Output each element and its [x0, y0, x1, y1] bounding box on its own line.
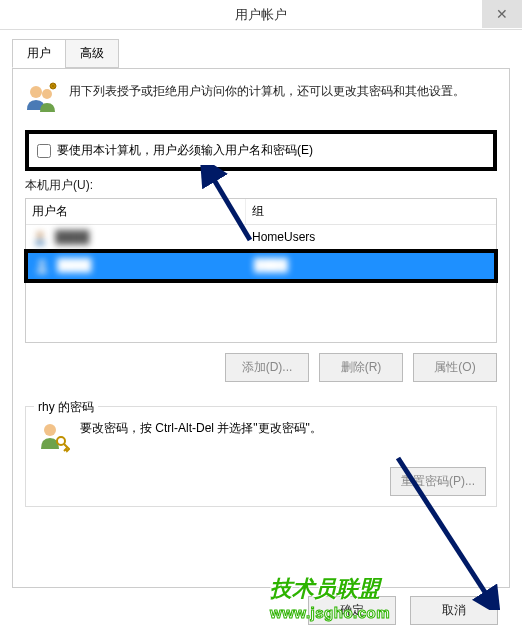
row-group: ████ — [254, 258, 288, 272]
table-row-selected[interactable]: ████ ████ — [24, 249, 498, 283]
titlebar: 用户帐户 ✕ — [0, 0, 522, 30]
cancel-button[interactable]: 取消 — [410, 596, 498, 625]
require-login-label: 要使用本计算机，用户必须输入用户名和密码(E) — [57, 142, 313, 159]
svg-point-6 — [57, 437, 65, 445]
svg-point-0 — [30, 86, 42, 98]
list-header: 用户名 组 — [26, 199, 496, 225]
svg-point-4 — [39, 260, 45, 266]
tab-strip: 用户 高级 — [12, 39, 510, 69]
window-title: 用户帐户 — [235, 6, 287, 24]
row-group: HomeUsers — [252, 230, 315, 244]
close-button[interactable]: ✕ — [482, 0, 522, 28]
svg-point-5 — [44, 424, 56, 436]
dialog-buttons: 确定 取消 — [308, 596, 498, 625]
svg-point-3 — [37, 232, 43, 238]
ok-button[interactable]: 确定 — [308, 596, 396, 625]
key-user-icon — [36, 419, 70, 453]
require-login-row[interactable]: 要使用本计算机，用户必须输入用户名和密码(E) — [37, 142, 485, 159]
password-text: 要改密码，按 Ctrl-Alt-Del 并选择"更改密码"。 — [80, 419, 322, 437]
user-icon — [34, 258, 50, 274]
row-username: ████ — [57, 258, 91, 272]
password-section: rhy 的密码 要改密码，按 Ctrl-Alt-Del 并选择"更改密码"。 重… — [25, 406, 497, 507]
user-list: 用户名 组 ████ HomeUsers ████ — [25, 198, 497, 343]
col-header-group[interactable]: 组 — [246, 199, 496, 224]
tab-users[interactable]: 用户 — [12, 39, 66, 68]
users-icon — [25, 82, 59, 116]
password-section-label: rhy 的密码 — [34, 399, 98, 416]
reset-password-button[interactable]: 重置密码(P)... — [390, 467, 486, 496]
add-button[interactable]: 添加(D)... — [225, 353, 309, 382]
require-login-checkbox[interactable] — [37, 144, 51, 158]
delete-button[interactable]: 删除(R) — [319, 353, 403, 382]
close-icon: ✕ — [496, 6, 508, 22]
local-users-label: 本机用户(U): — [25, 177, 497, 194]
dialog-body: 用户 高级 用下列表授予或拒绝用户访问你的计算机，还可以更改其密码和其他设置。 … — [0, 30, 522, 639]
svg-point-1 — [42, 89, 52, 99]
row-username: ████ — [55, 230, 89, 244]
table-row[interactable]: ████ HomeUsers — [26, 225, 496, 251]
intro-text: 用下列表授予或拒绝用户访问你的计算机，还可以更改其密码和其他设置。 — [69, 82, 465, 116]
tab-content: 用下列表授予或拒绝用户访问你的计算机，还可以更改其密码和其他设置。 要使用本计算… — [12, 68, 510, 588]
col-header-name[interactable]: 用户名 — [26, 199, 246, 224]
properties-button[interactable]: 属性(O) — [413, 353, 497, 382]
intro-row: 用下列表授予或拒绝用户访问你的计算机，还可以更改其密码和其他设置。 — [25, 82, 497, 116]
tab-advanced[interactable]: 高级 — [65, 39, 119, 68]
user-buttons-row: 添加(D)... 删除(R) 属性(O) — [25, 353, 497, 382]
require-login-highlight: 要使用本计算机，用户必须输入用户名和密码(E) — [25, 130, 497, 171]
user-icon — [32, 230, 48, 246]
